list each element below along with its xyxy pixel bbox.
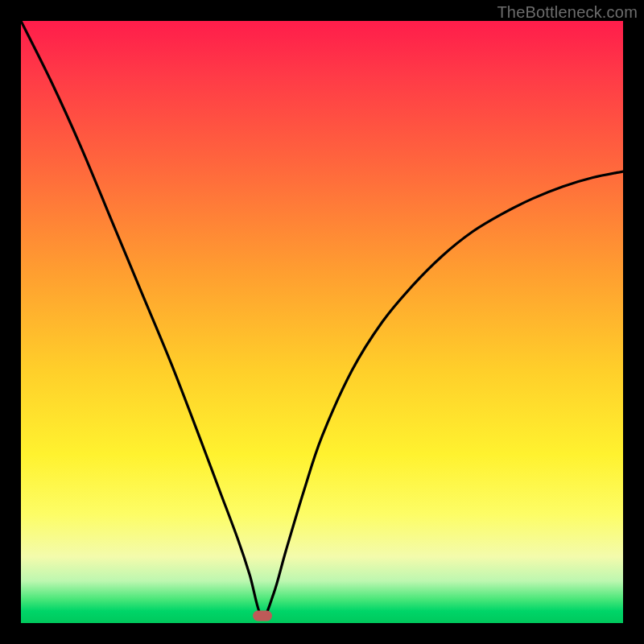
bottleneck-curve <box>21 21 623 623</box>
plot-area <box>21 21 623 623</box>
optimal-marker <box>253 611 272 621</box>
watermark-text: TheBottleneck.com <box>497 3 638 22</box>
chart-frame: TheBottleneck.com <box>0 0 644 644</box>
